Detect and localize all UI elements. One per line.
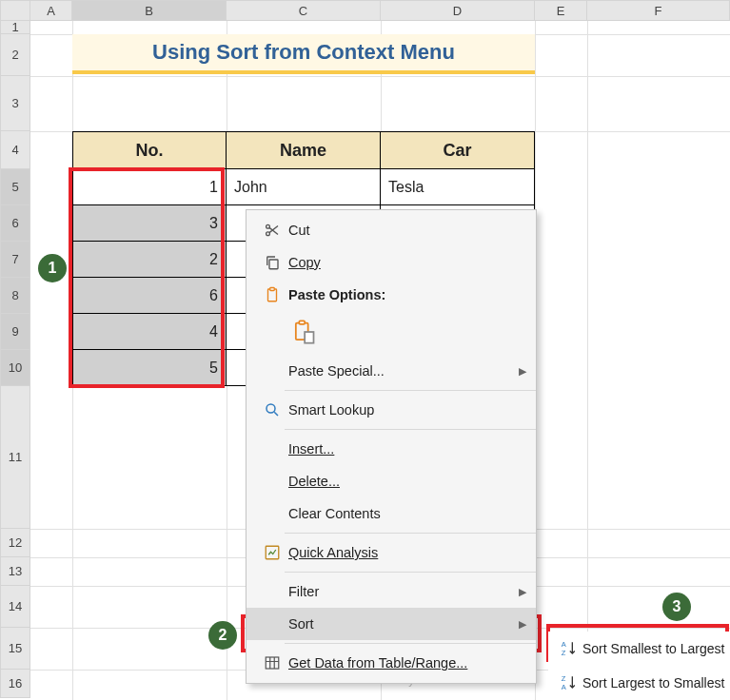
cell-no[interactable]: 1 bbox=[72, 169, 227, 205]
row-header-2[interactable]: 2 bbox=[0, 34, 30, 76]
menu-sort-desc[interactable]: ZA Sort Largest to Smallest bbox=[548, 666, 730, 700]
col-header-f[interactable]: F bbox=[587, 0, 730, 21]
cell-no[interactable]: 2 bbox=[72, 242, 227, 278]
svg-text:Z: Z bbox=[562, 649, 566, 657]
copy-icon bbox=[258, 254, 286, 271]
svg-rect-10 bbox=[266, 657, 279, 669]
step-badge-3: 3 bbox=[662, 593, 691, 621]
menu-paste-options: Paste Options: bbox=[247, 279, 536, 311]
context-menu: Cut Copy Paste Options: Paste Special...… bbox=[246, 209, 537, 684]
menu-delete[interactable]: Delete... bbox=[247, 465, 536, 497]
menu-sort-asc[interactable]: AZ Sort Smallest to Largest bbox=[548, 632, 730, 666]
page-title: Using Sort from Context Menu bbox=[72, 34, 535, 74]
row-header-4[interactable]: 4 bbox=[0, 131, 30, 169]
svg-rect-7 bbox=[305, 332, 313, 343]
cell-no[interactable]: 5 bbox=[72, 350, 227, 386]
svg-rect-6 bbox=[299, 321, 305, 324]
row-header-9[interactable]: 9 bbox=[0, 314, 30, 350]
col-header-a[interactable]: A bbox=[30, 0, 72, 21]
col-header-e[interactable]: E bbox=[535, 0, 587, 21]
svg-rect-4 bbox=[270, 288, 275, 291]
table-header-car[interactable]: Car bbox=[381, 131, 535, 169]
step-badge-1: 1 bbox=[38, 254, 67, 282]
svg-point-1 bbox=[266, 232, 270, 236]
svg-text:A: A bbox=[562, 683, 566, 691]
row-header-1[interactable]: 1 bbox=[0, 21, 30, 34]
step-badge-2: 2 bbox=[208, 621, 237, 650]
paste-button[interactable] bbox=[286, 315, 321, 349]
row-header-13[interactable]: 13 bbox=[0, 557, 30, 586]
svg-rect-2 bbox=[269, 260, 278, 269]
svg-point-8 bbox=[266, 404, 275, 413]
menu-get-data[interactable]: Get Data from Table/Range... bbox=[247, 647, 536, 679]
cell-no[interactable]: 4 bbox=[72, 314, 227, 350]
table-header-no[interactable]: No. bbox=[72, 131, 227, 169]
row-header-14[interactable]: 14 bbox=[0, 586, 30, 628]
cell-no[interactable]: 3 bbox=[72, 205, 227, 242]
sort-submenu: AZ Sort Smallest to Largest ZA Sort Larg… bbox=[548, 632, 730, 700]
menu-paste-special[interactable]: Paste Special... ▶ bbox=[247, 355, 536, 387]
row-header-16[interactable]: 16 bbox=[0, 670, 30, 698]
col-header-d[interactable]: D bbox=[381, 0, 535, 21]
cell-car[interactable]: Tesla bbox=[381, 169, 535, 205]
search-icon bbox=[258, 401, 286, 418]
row-header-15[interactable]: 15 bbox=[0, 628, 30, 670]
menu-insert[interactable]: Insert... bbox=[247, 433, 536, 465]
chevron-right-icon: ▶ bbox=[519, 365, 526, 378]
row-header-5[interactable]: 5 bbox=[0, 169, 30, 205]
table-row: 1 John Tesla bbox=[72, 169, 535, 205]
cell-name[interactable]: John bbox=[227, 169, 381, 205]
menu-smart-lookup[interactable]: Smart Lookup bbox=[247, 394, 536, 426]
sort-asc-icon: AZ bbox=[556, 639, 582, 658]
cell-no[interactable]: 6 bbox=[72, 278, 227, 314]
svg-point-0 bbox=[266, 224, 270, 228]
row-header-10[interactable]: 10 bbox=[0, 350, 30, 386]
menu-filter[interactable]: Filter ▶ bbox=[247, 575, 536, 608]
scissors-icon bbox=[258, 222, 286, 239]
col-header-c[interactable]: C bbox=[227, 0, 381, 21]
sort-desc-icon: ZA bbox=[556, 673, 582, 692]
menu-cut[interactable]: Cut bbox=[247, 214, 536, 246]
clipboard-icon bbox=[258, 285, 286, 304]
chevron-right-icon: ▶ bbox=[519, 586, 526, 598]
select-all-corner[interactable] bbox=[0, 0, 30, 21]
col-header-b[interactable]: B bbox=[72, 0, 227, 21]
menu-clear-contents[interactable]: Clear Contents bbox=[247, 497, 536, 530]
table-header-name[interactable]: Name bbox=[227, 131, 381, 169]
row-header-12[interactable]: 12 bbox=[0, 529, 30, 557]
table-icon bbox=[258, 654, 286, 671]
quick-analysis-icon bbox=[258, 544, 286, 561]
menu-quick-analysis[interactable]: Quick Analysis bbox=[247, 536, 536, 569]
spreadsheet-grid: A B C D E F bbox=[0, 0, 730, 21]
row-header-6[interactable]: 6 bbox=[0, 205, 30, 242]
menu-copy[interactable]: Copy bbox=[247, 246, 536, 279]
row-header-11[interactable]: 11 bbox=[0, 386, 30, 529]
menu-sort[interactable]: Sort ▶ bbox=[247, 608, 536, 640]
row-header-3[interactable]: 3 bbox=[0, 76, 30, 131]
row-header-8[interactable]: 8 bbox=[0, 278, 30, 314]
row-header-7[interactable]: 7 bbox=[0, 242, 30, 278]
chevron-right-icon: ▶ bbox=[519, 618, 526, 631]
